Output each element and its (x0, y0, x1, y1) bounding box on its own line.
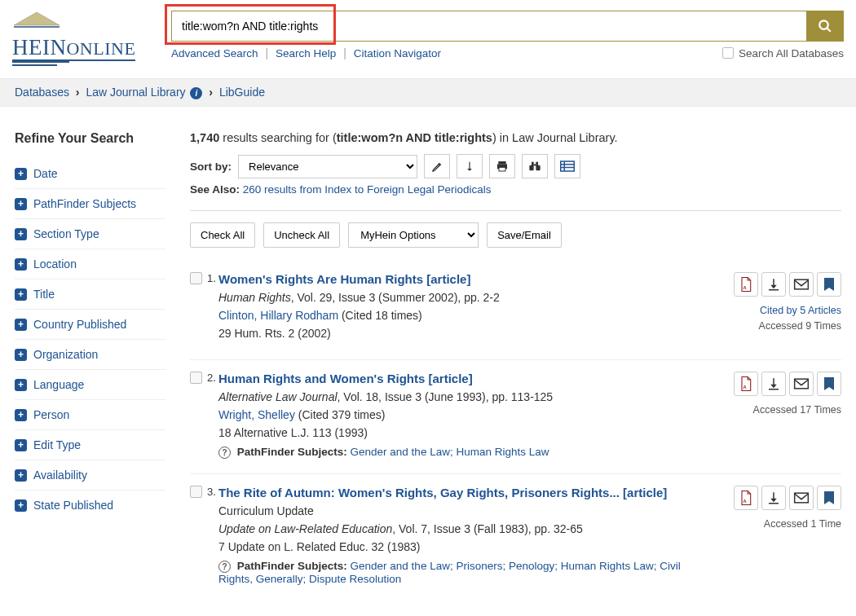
result-citation: 18 Alternative L.J. 113 (1993) (218, 426, 715, 439)
facet-label: Edit Type (33, 438, 81, 451)
see-also: See Also: 260 results from Index to Fore… (190, 183, 841, 196)
facet-label: Organization (33, 348, 98, 361)
print-button[interactable] (489, 154, 515, 178)
facet-title[interactable]: +Title (15, 288, 165, 301)
result-source: Update on Law-Related Education, Vol. 7,… (218, 522, 715, 535)
email-icon[interactable] (789, 272, 814, 297)
result-author-line: Wright, Shelley (Cited 379 times) (218, 408, 715, 421)
bookmark-icon[interactable] (817, 272, 841, 297)
svg-rect-12 (561, 161, 575, 171)
download-icon[interactable] (761, 372, 786, 396)
result-author-link[interactable]: Wright, Shelley (218, 408, 295, 421)
pdf-icon[interactable]: A (734, 272, 758, 297)
svg-rect-10 (536, 162, 538, 166)
printer-icon (496, 160, 509, 173)
pencil-icon (431, 161, 443, 173)
facet-section-type[interactable]: +Section Type (15, 227, 165, 240)
pathfinder-link[interactable]: Gender and the Law; Human Rights Law (351, 446, 549, 458)
see-also-link[interactable]: 260 results from Index to Foreign Legal … (243, 183, 492, 196)
result-author-line: Clinton, Hillary Rodham (Cited 18 times) (218, 309, 715, 322)
email-icon[interactable] (789, 486, 814, 510)
search-all-label: Search All Databases (739, 47, 844, 59)
result-item: 3.The Rite of Autumn: Women's Rights, Ga… (190, 486, 841, 600)
citation-navigator-link[interactable]: Citation Navigator (354, 47, 441, 59)
plus-icon: + (15, 228, 27, 240)
facet-pathfinder-subjects[interactable]: +PathFinder Subjects (15, 197, 165, 210)
bookmark-icon[interactable] (817, 486, 841, 510)
result-source: Alternative Law Journal, Vol. 18, Issue … (218, 390, 715, 403)
result-title-link[interactable]: The Rite of Autumn: Women's Rights, Gay … (218, 486, 667, 499)
myhein-select[interactable]: MyHein Options (348, 222, 479, 248)
breadcrumb-ljl[interactable]: Law Journal Library (86, 86, 185, 99)
facet-country-published[interactable]: +Country Published (15, 318, 165, 331)
facet-organization[interactable]: +Organization (15, 348, 165, 361)
svg-rect-18 (795, 279, 809, 289)
result-title-link[interactable]: Human Rights and Women's Rights [article… (218, 372, 473, 385)
result-author-link[interactable]: Clinton, Hillary Rodham (218, 309, 338, 322)
breadcrumb-libguide[interactable]: LibGuide (219, 86, 265, 99)
facet-location[interactable]: +Location (15, 257, 165, 271)
result-checkbox[interactable] (190, 272, 202, 284)
result-checkbox[interactable] (190, 372, 202, 384)
plus-icon: + (15, 288, 27, 301)
accessed-count: Accessed 17 Times (753, 404, 841, 416)
search-all-databases[interactable]: Search All Databases (722, 47, 844, 59)
svg-point-2 (819, 20, 828, 29)
download-icon[interactable] (761, 486, 786, 510)
facet-edit-type[interactable]: +Edit Type (15, 438, 165, 451)
result-subtitle: Curriculum Update (218, 504, 715, 517)
plus-icon: + (15, 319, 27, 331)
list-view-button[interactable] (554, 154, 580, 178)
result-number: 1. (207, 272, 216, 284)
svg-rect-6 (499, 167, 505, 171)
svg-marker-0 (14, 12, 60, 25)
svg-rect-9 (532, 162, 534, 166)
download-icon[interactable] (761, 272, 786, 297)
plus-icon: + (15, 198, 27, 210)
search-button[interactable] (806, 11, 843, 41)
facet-language[interactable]: +Language (15, 378, 165, 391)
search-help-link[interactable]: Search Help (276, 47, 336, 59)
plus-icon: + (15, 168, 27, 180)
facet-state-published[interactable]: +State Published (15, 499, 165, 512)
bookmark-icon[interactable] (817, 372, 841, 396)
accessed-count: Accessed 1 Time (764, 518, 841, 530)
svg-text:A: A (743, 499, 746, 504)
check-all-button[interactable]: Check All (190, 222, 255, 248)
plus-icon: + (15, 409, 27, 421)
search-bar (171, 11, 844, 42)
facet-availability[interactable]: +Availability (15, 469, 165, 482)
facet-date[interactable]: +Date (15, 167, 165, 180)
facet-label: Person (33, 408, 69, 421)
pathfinder-row: ? PathFinder Subjects: Gender and the La… (218, 560, 715, 585)
cited-by-link[interactable]: Cited by 5 Articles (760, 305, 841, 316)
advanced-search-link[interactable]: Advanced Search (171, 47, 258, 59)
help-icon[interactable]: ? (218, 447, 231, 459)
arrow-down-icon (464, 160, 475, 173)
result-number: 3. (207, 486, 216, 498)
search-input[interactable] (172, 11, 806, 41)
search-within-button[interactable] (522, 154, 548, 178)
edit-button[interactable] (424, 154, 450, 178)
result-query: title:wom?n AND title:rights (337, 131, 492, 144)
sort-select[interactable]: Relevance (238, 155, 417, 178)
pdf-icon[interactable]: A (734, 372, 758, 396)
sort-label: Sort by: (190, 161, 232, 173)
email-icon[interactable] (789, 372, 814, 396)
pdf-icon[interactable]: A (734, 486, 758, 510)
save-email-button[interactable]: Save/Email (487, 222, 562, 248)
result-title-link[interactable]: Women's Rights Are Human Rights [article… (218, 272, 470, 286)
uncheck-all-button[interactable]: Uncheck All (263, 222, 340, 248)
info-icon[interactable]: i (190, 87, 202, 99)
facet-person[interactable]: +Person (15, 408, 165, 421)
facet-label: Language (33, 378, 84, 391)
logo[interactable]: HEINONLINE (12, 7, 171, 66)
breadcrumb-databases[interactable]: Databases (15, 86, 69, 99)
facet-label: Section Type (33, 227, 99, 240)
result-item: 1.Women's Rights Are Human Rights [artic… (190, 272, 841, 360)
reverse-button[interactable] (457, 154, 483, 178)
help-icon[interactable]: ? (218, 561, 231, 573)
facet-label: Availability (33, 469, 87, 482)
result-checkbox[interactable] (190, 486, 202, 498)
result-number: 2. (207, 372, 216, 384)
